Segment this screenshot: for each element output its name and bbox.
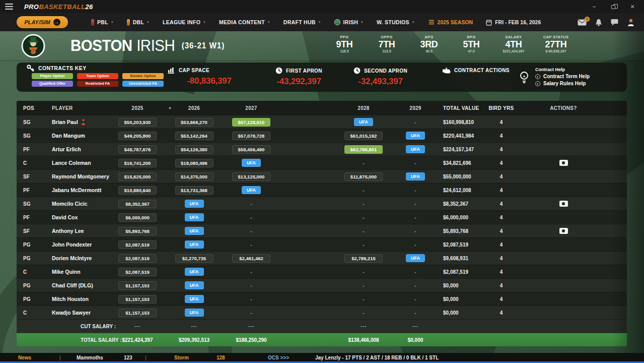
- contract-help-box: Contract Help ▸Contract Term Help▸Salary…: [511, 65, 627, 90]
- contracts-key-badges: Player OptionTeam OptionRookie OptionQua…: [32, 73, 168, 87]
- col-2029[interactable]: 2029: [391, 101, 440, 115]
- position-cell: PF: [17, 184, 47, 197]
- ufa-chip: UFA: [185, 240, 204, 249]
- table-header: POS PLAYER 2025 ▼ 2026 2027 2028 2029 TO…: [17, 101, 627, 115]
- player-cell: Brian Paul: [47, 115, 110, 129]
- team-stats: PPG9TH118.5OPPG7TH113.5APG3RD30.9RPG5TH4…: [323, 31, 577, 60]
- player-row[interactable]: PGMitch Houston$1,157,153UFA---$0,0004: [17, 292, 627, 306]
- dash-value: -: [414, 228, 416, 234]
- player-row[interactable]: PGDorien McIntyre$2,087,519$2,270,735$2,…: [17, 251, 627, 265]
- profile-avatar-icon[interactable]: [627, 18, 635, 26]
- nav-item-irish[interactable]: IRISH▾: [334, 19, 363, 25]
- dash-value: -: [414, 283, 416, 288]
- player-row[interactable]: SGDan Mangum$49,205,800$53,142,264$57,07…: [17, 129, 627, 142]
- salary-chip: $2,461,462: [232, 254, 270, 263]
- player-row[interactable]: PFJabaru McDermontt$10,880,640$13,731,36…: [17, 183, 627, 197]
- salary-chip: $1,157,153: [118, 309, 157, 317]
- col-2028[interactable]: 2028: [336, 101, 391, 115]
- total-value-cell: $2,087,519: [440, 265, 487, 278]
- player-row[interactable]: PGJohn Pondexter$2,087,519UFA---$2,087,5…: [17, 237, 627, 251]
- team-stat-oppg: OPPG7TH113.5: [366, 31, 408, 60]
- player-cell: Artur Erlich: [47, 143, 110, 156]
- player-row[interactable]: SGBrian Paul$50,203,930$53,666,270$57,12…: [17, 115, 627, 129]
- bar-chart-icon: [168, 67, 175, 74]
- nav-item-draft-hub[interactable]: DRAFT HUB▾: [283, 19, 321, 25]
- bird-years-cell: 4: [487, 170, 515, 183]
- player-cell: Anthony Lee: [47, 224, 110, 237]
- nav-item-media-content[interactable]: MEDIA CONTENT▾: [219, 19, 270, 25]
- caret-down-icon: ▾: [147, 20, 149, 24]
- play-sim-label: PLAY/SIM: [24, 19, 50, 25]
- player-row[interactable]: PFDavid Cox$6,000,000UFA---$6,000,0004: [17, 210, 627, 224]
- player-row[interactable]: SGMomcilo Cicic$8,352,367UFA---$8,352,36…: [17, 197, 627, 210]
- notifications-bell-icon[interactable]: [595, 19, 602, 26]
- chat-icon[interactable]: [611, 19, 618, 26]
- mail-icon[interactable]: 2: [578, 19, 587, 26]
- col-bird-yrs[interactable]: BIRD YRS: [487, 101, 515, 115]
- hamburger-menu-icon[interactable]: [5, 2, 13, 11]
- nav-item-league-info[interactable]: LEAGUE INFO▾: [163, 19, 205, 25]
- close-button[interactable]: ✕: [629, 4, 636, 10]
- nav-item-dbl[interactable]: DBL▾: [127, 19, 149, 26]
- player-option-chip: $62,786,601: [344, 145, 383, 154]
- restore-button[interactable]: [610, 4, 617, 10]
- play-sim-button[interactable]: PLAY/SIM →: [17, 16, 68, 28]
- col-2027[interactable]: 2027: [223, 101, 279, 115]
- col-total-value[interactable]: TOTAL VALUE: [440, 101, 487, 115]
- col-actions[interactable]: ACTIONS?: [515, 101, 627, 115]
- date-label: FRI - FEB 16, 2026: [495, 19, 541, 25]
- player-row[interactable]: SFRaymond Montgomery$15,625,000$14,375,0…: [17, 169, 627, 183]
- cap-space-head: CAP SPACE: [168, 67, 251, 74]
- ticker-away-score: 123: [124, 354, 132, 360]
- main-content: BOSTON IRISH (36-21 W1) PPG9TH118.5OPPG7…: [0, 31, 644, 353]
- key-badge: Qualified Offer: [32, 81, 73, 87]
- ticker-news-label[interactable]: News: [18, 354, 31, 360]
- actions-cell: [515, 211, 627, 224]
- col-2025[interactable]: 2025: [110, 101, 165, 115]
- player-cell: Chad Cliff (DLG): [47, 279, 110, 292]
- ticker-home-score: 128: [217, 354, 225, 360]
- salary-chip: $18,080,496: [175, 159, 213, 167]
- season-selector[interactable]: 2025 SEASON: [428, 19, 473, 25]
- player-cell: Lance Coleman: [47, 156, 110, 169]
- key-badge: Rookie Option: [122, 73, 164, 79]
- player-name: Mike Quinn: [52, 269, 81, 275]
- salary-chip: $49,205,800: [118, 132, 157, 140]
- position-cell: PF: [17, 143, 47, 156]
- player-cell: Mike Quinn: [47, 265, 110, 278]
- help-link[interactable]: ▸Contract Term Help: [535, 73, 590, 80]
- salary-chip: $61,015,192: [344, 132, 383, 140]
- nav-item-w-studios[interactable]: W. STUDIOS▾: [377, 19, 414, 25]
- team-header-band: BOSTON IRISH (36-21 W1) PPG9TH118.5OPPG7…: [0, 31, 644, 60]
- dash-value: -: [363, 269, 364, 275]
- col-pos[interactable]: POS: [17, 101, 47, 115]
- key-badge: Team Option: [77, 73, 118, 79]
- player-row[interactable]: PGChad Cliff (DLG)$1,157,153UFA---$0,000…: [17, 278, 627, 292]
- player-cell: Kwadjo Sawyer: [47, 306, 110, 319]
- contract-action-button[interactable]: [559, 201, 568, 207]
- bird-years-cell: 4: [487, 197, 515, 210]
- player-row[interactable]: PFArtur Erlich$48,787,676$54,126,380$58,…: [17, 142, 627, 156]
- player-row[interactable]: CKwadjo Sawyer$1,157,153UFA---$0,0004: [17, 306, 627, 319]
- col-player[interactable]: PLAYER: [47, 101, 110, 115]
- nav-item-pbl[interactable]: PBL▾: [91, 19, 113, 26]
- contract-action-button[interactable]: [559, 160, 568, 166]
- dash-value: -: [414, 160, 416, 166]
- dash-value: -: [414, 296, 416, 302]
- player-row[interactable]: CLance Coleman$16,741,200$18,080,496UFA-…: [17, 156, 627, 169]
- player-cell: John Pondexter: [47, 238, 110, 251]
- help-link[interactable]: ▸Salary Rules Help: [535, 80, 590, 87]
- ufa-chip: UFA: [406, 172, 425, 180]
- player-row[interactable]: SFAnthony Lee$5,893,768UFA---$5,893,7684: [17, 224, 627, 237]
- app-logo: PROBASKETBALL26: [24, 3, 93, 11]
- actions-cell: [515, 224, 627, 237]
- ticker-ocs-label: OCS >>>: [268, 354, 289, 360]
- total-value-cell: $8,352,367: [440, 197, 487, 210]
- col-2026[interactable]: ▼ 2026: [165, 101, 223, 115]
- minimize-button[interactable]: –: [591, 4, 598, 10]
- contract-action-button[interactable]: [559, 228, 568, 234]
- bird-years-cell: 4: [487, 156, 515, 169]
- player-row[interactable]: CMike Quinn$2,087,519UFA---$2,087,5194: [17, 265, 627, 278]
- caret-down-icon: ▾: [203, 20, 205, 24]
- total-value-cell: $2,087,519: [440, 238, 487, 251]
